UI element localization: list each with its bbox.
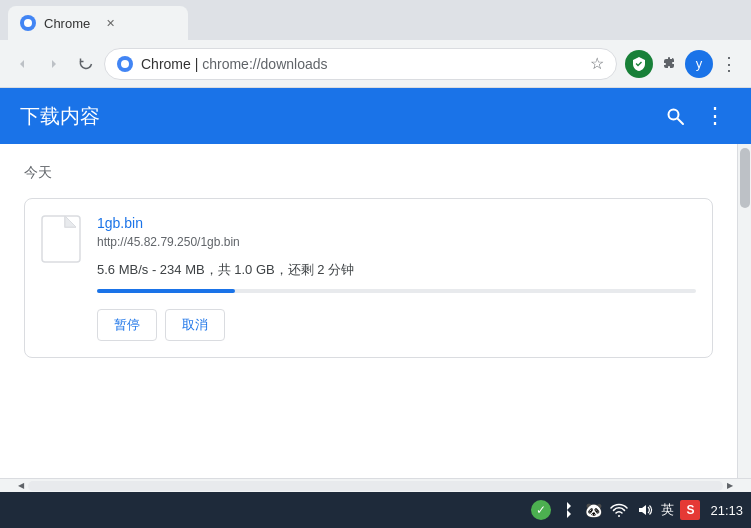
download-item: 1gb.bin http://45.82.79.250/1gb.bin 5.6 … [24,198,713,358]
downloads-header: 下载内容 ⋮ [0,88,751,144]
omnibox-site-name: Chrome [141,56,191,72]
address-bar: Chrome | chrome://downloads ☆ y ⋮ [0,40,751,88]
omnibox[interactable]: Chrome | chrome://downloads ☆ [104,48,617,80]
cancel-button[interactable]: 取消 [165,309,225,341]
tab-favicon [20,15,36,31]
sogou-icon[interactable]: S [680,500,700,520]
download-actions: 暂停 取消 [97,309,696,341]
progress-bar-fill [97,289,235,293]
download-status: 5.6 MB/s - 234 MB，共 1.0 GB，还剩 2 分钟 [97,261,696,279]
scroll-right-arrow[interactable]: ▶ [723,481,737,491]
network-icon[interactable] [609,500,629,520]
file-url: http://45.82.79.250/1gb.bin [97,235,696,249]
check-taskbar-icon[interactable]: ✓ [531,500,551,520]
tab-bar: Chrome ✕ [0,0,751,40]
tab-close-button[interactable]: ✕ [102,15,118,31]
browser-window: Chrome ✕ Chrome | chrome://downloads ☆ [0,0,751,528]
ime-language[interactable]: 英 [661,501,674,519]
section-date: 今天 [24,164,713,182]
taskbar-time: 21:13 [710,503,743,518]
omnibox-url: chrome://downloads [202,56,327,72]
profile-icon[interactable]: y [685,50,713,78]
active-tab[interactable]: Chrome ✕ [8,6,188,40]
svg-rect-2 [42,216,80,262]
omnibox-separator: | [191,56,202,72]
svg-point-0 [669,110,679,120]
scrollbar-thumb[interactable] [740,148,750,208]
download-info: 1gb.bin http://45.82.79.250/1gb.bin 5.6 … [97,215,696,341]
scroll-left-arrow[interactable]: ◀ [14,481,28,491]
file-icon [41,215,81,263]
h-scrollbar-track[interactable] [28,481,723,491]
site-security-icon [117,56,133,72]
downloads-page-title: 下载内容 [20,103,100,130]
volume-icon[interactable] [635,500,655,520]
chrome-menu-icon[interactable]: ⋮ [715,50,743,78]
vertical-scrollbar[interactable] [737,144,751,478]
progress-bar-container [97,289,696,293]
content-area: 今天 1gb.bin http://45.82.79.250/1gb.bin 5… [0,144,751,478]
bookmark-star-icon[interactable]: ☆ [590,54,604,73]
toolbar-icons: y ⋮ [625,50,743,78]
omnibox-text: Chrome | chrome://downloads [141,56,582,72]
refresh-button[interactable] [72,50,100,78]
file-name[interactable]: 1gb.bin [97,215,696,231]
header-icons: ⋮ [659,100,731,132]
shield-extension-icon[interactable] [625,50,653,78]
antivirus-icon[interactable]: 🐼 [583,500,603,520]
back-button[interactable] [8,50,36,78]
bluetooth-icon[interactable] [557,500,577,520]
taskbar: ✓ 🐼 英 S 21:13 [0,492,751,528]
search-header-icon[interactable] [659,100,691,132]
extensions-icon[interactable] [655,50,683,78]
downloads-list: 今天 1gb.bin http://45.82.79.250/1gb.bin 5… [0,144,737,478]
more-header-icon[interactable]: ⋮ [699,100,731,132]
svg-line-1 [678,119,683,124]
horizontal-scrollbar[interactable]: ◀ ▶ [0,478,751,492]
svg-point-3 [618,515,620,517]
tab-label: Chrome [44,16,90,31]
pause-button[interactable]: 暂停 [97,309,157,341]
forward-button[interactable] [40,50,68,78]
